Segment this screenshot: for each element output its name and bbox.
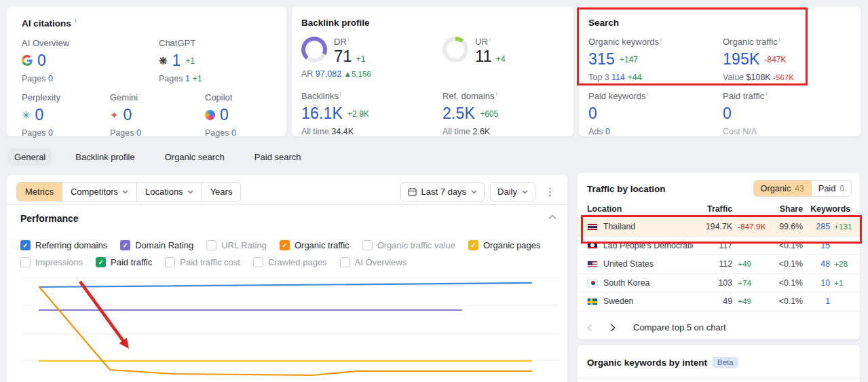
chevron-down-icon	[471, 190, 477, 194]
ur-label: UR	[475, 37, 488, 47]
ref-domains-label: Ref. domains	[442, 91, 495, 101]
performance-chart	[7, 254, 567, 382]
copilot-value: 0	[220, 106, 229, 124]
chevron-down-icon	[122, 190, 128, 194]
table-row-south-korea[interactable]: South Korea 103 +74 <0.1% 10 +1	[578, 274, 860, 293]
table-row-sweden[interactable]: Sweden 49 +49 <0.1% 1	[578, 292, 860, 311]
ads-row: Ads 0	[588, 127, 648, 136]
cost-row: Cost N/A	[723, 127, 767, 136]
compare-top5-link[interactable]: Compare top 5 on chart	[633, 322, 726, 332]
ref-domains-alltime: All time 2.6K	[442, 127, 498, 136]
gemini-icon: ✦	[110, 110, 119, 120]
dr-value: 71	[334, 47, 352, 66]
tab-paid-search[interactable]: Paid search	[248, 149, 307, 166]
table-row-united-states[interactable]: United States 112 +49 <0.1% 48 +28	[578, 255, 860, 274]
traffic-value-row: Value $108K -567K	[723, 73, 794, 82]
performance-title: Performance	[20, 213, 79, 224]
checkbox-organic-pages[interactable]: ✓Organic pages	[468, 240, 541, 250]
sweden-flag	[587, 298, 598, 305]
ref-domains-value[interactable]: 2.5K	[442, 104, 475, 123]
copilot-label: Copilot	[205, 92, 236, 102]
performance-card: Metrics Competitors Locations Years Last…	[7, 175, 567, 382]
backlinks-label: Backlinks	[301, 91, 339, 101]
toggle-paid[interactable]: Paid 0	[811, 180, 851, 196]
tab-backlink-profile[interactable]: Backlink profile	[69, 149, 140, 166]
chatgpt-icon: ❋	[159, 56, 168, 66]
ur-donut	[442, 37, 468, 62]
tab-organic-search[interactable]: Organic search	[159, 149, 231, 166]
ur-value: 11	[475, 47, 492, 66]
ai-citations-title: AI citations	[22, 18, 77, 28]
table-row-laos[interactable]: Lao People's Democratic Rep 117 <0.1% 15	[578, 237, 860, 256]
traffic-table-header: Location Traffic Share Keywords	[578, 200, 860, 218]
chatgpt-label: ChatGPT	[159, 38, 202, 48]
keywords-by-intent-title: Organic keywords by intent	[587, 358, 707, 368]
copilot-icon	[205, 110, 215, 120]
section-tabs: General Backlink profile Organic search …	[8, 149, 307, 166]
checkbox-organic-traffic[interactable]: ✓Organic traffic	[280, 240, 350, 250]
dr-label: DR	[334, 37, 347, 47]
organic-keywords-value[interactable]: 315	[588, 50, 615, 69]
paid-keywords-label: Paid keywords	[588, 91, 646, 101]
gemini-pages: Pages 0	[110, 128, 141, 138]
organic-paid-toggle: Organic 43 Paid 0	[753, 180, 852, 197]
traffic-by-location-title: Traffic by location	[587, 184, 666, 194]
dr-donut	[301, 37, 327, 62]
locations-dropdown[interactable]: Locations	[136, 183, 202, 201]
top3-row: Top 3 114 +44	[588, 73, 662, 82]
checkbox-referring-domains[interactable]: ✓Referring domains	[20, 240, 107, 250]
metrics-filter-group: Metrics Competitors Locations Years	[16, 182, 241, 202]
perplexity-icon: ✳	[22, 110, 31, 120]
checkbox-url-rating[interactable]: URL Rating	[206, 240, 267, 250]
table-row-thailand[interactable]: Thailand 194.7K -847.9K 99.6% 285 +131	[578, 218, 860, 237]
paid-traffic-value[interactable]: 0	[723, 104, 732, 123]
kebab-menu-icon[interactable]: ⋮	[541, 183, 559, 201]
next-page-icon[interactable]	[610, 324, 616, 332]
backlink-profile-card: Backlink profile DR 71 +1 AR 97,082 ▲5,1…	[292, 7, 573, 136]
beta-badge: Beta	[713, 357, 738, 368]
keywords-by-intent-card: Organic keywords by intent Beta	[578, 345, 860, 382]
ai-citations-card: AI citations AI Overview 0 Pages 0 ChatG…	[7, 7, 286, 136]
ai-overview-value: 0	[37, 52, 46, 70]
checkbox-organic-traffic-value[interactable]: Organic traffic value	[362, 240, 455, 250]
chevron-down-icon	[522, 190, 528, 194]
traffic-by-location-card: Traffic by location Organic 43 Paid 0 Lo…	[578, 173, 860, 339]
calendar-icon	[408, 187, 417, 196]
organic-traffic-value[interactable]: 195K	[723, 50, 760, 69]
chatgpt-value: 1	[172, 52, 181, 70]
gemini-label: Gemini	[110, 92, 141, 102]
united-states-flag	[587, 261, 598, 268]
organic-keywords-label: Organic keywords	[588, 37, 659, 47]
ai-overview-label: AI Overview	[22, 38, 69, 48]
perplexity-label: Perplexity	[22, 92, 60, 102]
google-icon	[22, 55, 33, 67]
competitors-dropdown[interactable]: Competitors	[62, 183, 136, 201]
paid-keywords-value[interactable]: 0	[588, 104, 597, 123]
backlink-profile-title: Backlink profile	[301, 18, 370, 28]
copilot-pages: Pages 0	[205, 128, 236, 138]
search-card: Search Organic keywords 315 +147 Top 3 1…	[579, 7, 861, 136]
backlinks-value[interactable]: 16.1K	[301, 104, 343, 123]
thailand-flag	[587, 223, 598, 231]
search-title: Search	[588, 18, 619, 28]
granularity-dropdown[interactable]: Daily	[490, 182, 535, 202]
gemini-value: 0	[124, 106, 132, 124]
paid-traffic-label: Paid traffic	[723, 91, 764, 101]
perplexity-value: 0	[35, 106, 44, 124]
organic-traffic-label: Organic traffic	[723, 37, 778, 47]
toggle-organic[interactable]: Organic 43	[754, 180, 811, 196]
metrics-button[interactable]: Metrics	[17, 183, 62, 201]
checkbox-domain-rating[interactable]: ✓Domain Rating	[120, 240, 193, 250]
ai-overview-pages: Pages 0	[22, 74, 69, 83]
collapse-chevron-icon[interactable]	[548, 214, 556, 220]
chatgpt-pages: Pages 1 +1	[159, 74, 202, 83]
tab-general[interactable]: General	[8, 149, 52, 166]
laos-flag	[587, 242, 598, 249]
chevron-down-icon	[187, 190, 193, 194]
backlinks-alltime: All time 34.4K	[301, 127, 369, 136]
date-range-dropdown[interactable]: Last 7 days	[400, 182, 485, 202]
perplexity-pages: Pages 0	[22, 128, 60, 138]
years-button[interactable]: Years	[202, 183, 241, 201]
south-korea-flag	[587, 279, 598, 286]
prev-page-icon[interactable]	[587, 324, 592, 332]
